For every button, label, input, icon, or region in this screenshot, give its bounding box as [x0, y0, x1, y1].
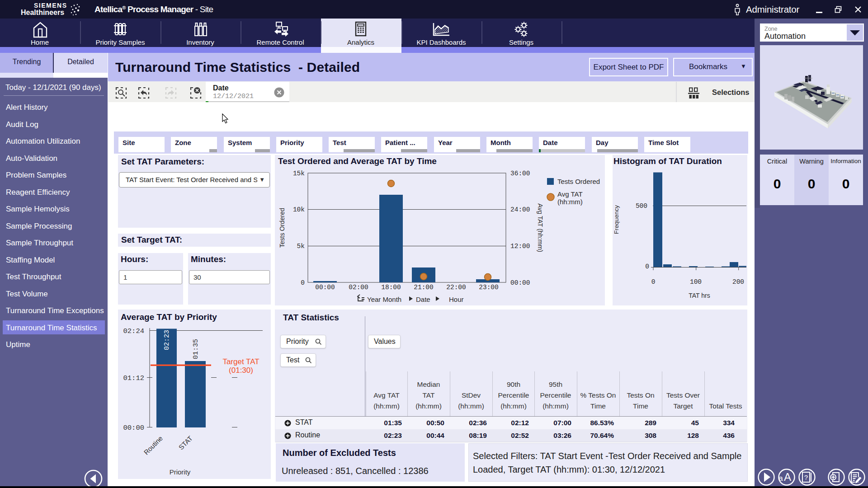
- svg-text:02:24: 02:24: [123, 327, 144, 335]
- svg-text:TAT hrs: TAT hrs: [689, 292, 710, 299]
- svg-text:24:00: 24:00: [510, 206, 530, 213]
- svg-text:Target TAT: Target TAT: [222, 357, 259, 366]
- svg-text:0: 0: [651, 278, 656, 286]
- svg-text:18:00: 18:00: [381, 284, 401, 291]
- svg-text:(hh:mm): (hh:mm): [557, 198, 583, 206]
- svg-text:00:00: 00:00: [510, 279, 530, 286]
- svg-text:12:00: 12:00: [510, 243, 530, 250]
- svg-text:100: 100: [690, 278, 702, 286]
- svg-text:200: 200: [732, 278, 744, 286]
- svg-text:0: 0: [301, 279, 305, 286]
- svg-text:36:00: 36:00: [510, 170, 530, 177]
- svg-text:01:12: 01:12: [123, 374, 144, 382]
- svg-text:5k: 5k: [297, 243, 305, 250]
- svg-text:Year Month: Year Month: [367, 296, 401, 303]
- svg-text:Tests Ordered: Tests Ordered: [278, 208, 286, 248]
- svg-text:Hour: Hour: [449, 296, 464, 303]
- svg-text:Tests Ordered: Tests Ordered: [557, 178, 600, 185]
- svg-text:Frequency: Frequency: [613, 205, 620, 234]
- svg-text:Priority: Priority: [170, 468, 191, 476]
- svg-text:(01:30): (01:30): [229, 366, 253, 375]
- svg-text:00:00: 00:00: [315, 284, 335, 291]
- svg-text:0: 0: [645, 263, 649, 270]
- svg-text:01:35: 01:35: [192, 339, 200, 359]
- svg-text:02:00: 02:00: [349, 284, 368, 291]
- svg-text:a: a: [778, 474, 783, 483]
- svg-text:21:00: 21:00: [414, 284, 434, 291]
- svg-text:22:00: 22:00: [446, 284, 466, 291]
- svg-text:Routine: Routine: [142, 434, 165, 456]
- svg-text:10k: 10k: [293, 206, 305, 213]
- svg-text:500: 500: [636, 202, 647, 210]
- svg-text:A: A: [784, 471, 791, 483]
- svg-text:23:00: 23:00: [479, 284, 499, 291]
- svg-text:Avg TAT: Avg TAT: [557, 190, 583, 198]
- svg-text:Avg TAT (hh:mm): Avg TAT (hh:mm): [537, 203, 544, 252]
- svg-text:15k: 15k: [293, 170, 305, 177]
- svg-text:STAT: STAT: [177, 434, 194, 451]
- svg-text:00:00: 00:00: [123, 424, 144, 432]
- svg-text:02:23: 02:23: [163, 330, 171, 350]
- svg-text:Date: Date: [416, 296, 430, 303]
- svg-text:?: ?: [804, 474, 808, 481]
